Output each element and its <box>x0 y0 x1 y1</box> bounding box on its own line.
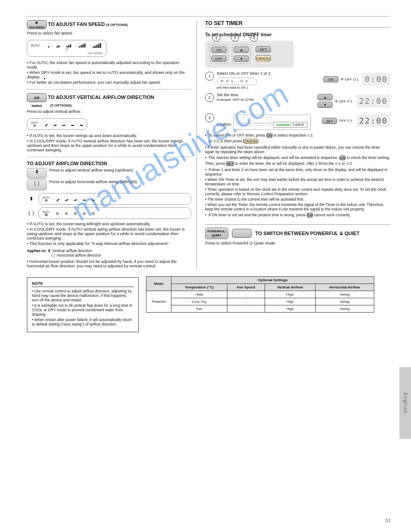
fan-bullet-3: For better air circulation performance, … <box>27 80 191 85</box>
timer-bullet-clock: Timer operation is based on the clock se… <box>205 187 390 196</box>
note-item-1: Use remote control to adjust airflow dir… <box>32 289 134 302</box>
fan-auto-label: AUTO <box>31 44 39 47</box>
swing-vert-button[interactable]: ⬍ <box>27 168 47 179</box>
timer-bullet-wrongtime: If ON timer is not set and the present t… <box>205 212 390 218</box>
inline-on-btn-3[interactable]: ON <box>307 213 313 218</box>
settings-table-wrap: Mode Optional Settings Temperature (°C) … <box>146 276 374 313</box>
fan-bullet-1: For AUTO, the indoor fan speed is automa… <box>27 60 191 69</box>
remote-col-onoff: ON OFF <box>210 44 228 64</box>
pq-title: TO SWITCH BETWEEN POWERFUL & QUIET <box>255 231 360 236</box>
swing-bullet-2: In COOL/DRY mode, if AUTO vertical swing… <box>27 227 191 240</box>
note-item-3: When restart after power failure, it wil… <box>32 317 134 326</box>
td-heat: Heat <box>171 291 227 298</box>
note-item-2: It is advisable not to tilt vertical fla… <box>32 303 134 317</box>
fan-options: (5 OPTIONS) <box>106 23 128 27</box>
th-horz: Horizontal Airflow <box>315 284 374 291</box>
airflow-options: (5 OPTIONS) <box>50 103 72 107</box>
timer-bullet-cancel: To cancel ON or OFF timer, press ON to s… <box>205 133 390 144</box>
note-header: NOTE <box>32 281 134 287</box>
svg-rect-15 <box>44 78 45 79</box>
remote-panel: 1 2 3 ON OFF ▲ ▼ SET CANCEL <box>205 41 294 68</box>
note-box: NOTE Use remote control to adjust airflo… <box>27 277 139 332</box>
lcd-on-btn[interactable]: ON <box>323 76 338 82</box>
svg-rect-11 <box>94 46 96 48</box>
vertical-airflow-section: AIRSWING TO ADJUST VERTICAL AIRFLOW DIRE… <box>27 93 191 152</box>
swing-horizontal-note: Horizontal louver position should not be… <box>27 259 191 268</box>
timer-bullet-first: The timer closest to the current time wi… <box>205 197 390 202</box>
remote-set-button[interactable]: SET <box>256 46 271 52</box>
airflow-note-1: If AUTO is set, the louver swings up and… <box>27 133 191 138</box>
svg-rect-13 <box>98 44 99 48</box>
airflow-note-2: In COOL/DRY mode, if AUTO vertical airfl… <box>27 139 191 152</box>
swing-seq-vert: ⬍ AUTO☀ →▬ →▬ →▬ →▬ →▬ <box>27 193 191 205</box>
timer-bullet-sametime: If timer 1 and timer 2 on have been set … <box>205 167 390 176</box>
inline-cancel-btn[interactable]: CANCEL <box>243 139 258 144</box>
fan-press-lead: Press to select fan speed. <box>27 31 73 35</box>
language-side-tab: English <box>399 367 411 439</box>
svg-rect-1 <box>56 46 58 47</box>
remote-up-button[interactable]: ▲ <box>234 47 249 53</box>
remote-col-updown: ▲ ▼ <box>232 44 251 64</box>
unit-illustration: TIMER <box>233 115 311 130</box>
divider-2 <box>27 157 191 157</box>
remote-down-button[interactable]: ▼ <box>234 56 249 62</box>
airflow-button[interactable]: AIRSWING <box>27 93 47 102</box>
lcd-set-btn[interactable]: SET <box>322 118 337 124</box>
svg-rect-12 <box>96 45 98 48</box>
timer-bullet-early: When ON Timer is set, the unit may start… <box>205 177 390 186</box>
step-ring-1: 1 <box>212 34 220 42</box>
fan-bullet-2: When DRY mode is set, fan speed is set t… <box>27 70 191 79</box>
remote-col-setcancel: SET CANCEL <box>254 44 272 64</box>
swing-bullet-3: This function is only applicable for "5-… <box>27 241 191 246</box>
th-fan: Fan Speed <box>227 284 265 291</box>
swing-section: TO ADJUST AIRFLOW DIRECTION ⬍ Press to a… <box>27 161 191 268</box>
step-ring-3: 3 <box>250 34 258 42</box>
powerful-quiet-section: POWERFUL/ QUIET TO SWITCH BETWEEN POWERF… <box>205 224 390 245</box>
inline-set-btn-2[interactable]: SET <box>226 161 234 166</box>
td-cooldry: Cool, Dry <box>171 298 227 305</box>
airflow-seq-box: AUTO☀ →▬ →▬ →▬ →▬ →▬ <box>27 118 87 130</box>
inline-on-btn-2[interactable]: ON <box>339 155 346 160</box>
left-column: ✳FAN SPEED TO ADJUST FAN SPEED (5 OPTION… <box>27 20 197 269</box>
step-2: 2 Set the time. Example: OFF at 22:00 ▲ … <box>205 93 390 109</box>
page-number: 51 <box>385 518 390 523</box>
svg-rect-7 <box>81 45 82 47</box>
swing-bullet-1: If AUTO is set, the louver swing left/ri… <box>27 222 191 226</box>
lcd-2200b: 22:00 <box>356 114 390 127</box>
swing-horz-button[interactable]: ⟨ ⟩ <box>27 180 47 190</box>
timer-bullet-nearest: The nearest timer setting will be displa… <box>205 155 390 167</box>
top-rule <box>27 16 390 17</box>
svg-rect-5 <box>70 44 71 47</box>
swing-horz-text: Press to adjust horizontal airflow swing… <box>49 180 191 184</box>
timer-seq-box: ↻ ⏲1 → ⏲2 → <box>217 77 257 85</box>
td-fanrow: Fan <box>171 305 227 313</box>
remote-off-button[interactable]: OFF <box>211 56 227 62</box>
inline-on-btn[interactable]: ON <box>266 133 273 138</box>
swing-title: TO ADJUST AIRFLOW DIRECTION <box>27 161 191 166</box>
remote-on-button[interactable]: ON <box>211 47 227 53</box>
pq-button-plain[interactable] <box>232 229 252 238</box>
step-ring-2: 2 <box>231 34 239 42</box>
svg-rect-16 <box>236 117 272 126</box>
svg-rect-9 <box>84 43 86 47</box>
step-1: 1 Select ON or OFF timer 1 or 2. ↻ ⏲1 → … <box>205 71 390 89</box>
lcd-up-btn[interactable]: ▲ <box>317 94 333 100</box>
svg-rect-10 <box>93 47 94 48</box>
remote-cancel-button[interactable]: CANCEL <box>256 55 271 61</box>
svg-rect-8 <box>82 44 84 47</box>
lcd-2200a: 22:00 <box>356 94 390 107</box>
swing-seq-horz: ⟨ ⟩ AUTO✲ →▥ →▥ →▥ →▥ →▥ <box>27 207 191 219</box>
fan-title: TO ADJUST FAN SPEED <box>48 21 105 27</box>
th-temp: Temperature (°C) <box>171 284 227 291</box>
swing-applies-label: Applies to: <box>27 249 47 253</box>
th-vert: Vertical Airflow <box>265 284 315 291</box>
divider-1 <box>27 89 191 90</box>
fan-speed-legend: FAN SPEED <box>31 52 103 55</box>
airflow-press-lead: Press to adjust vertical airflow. <box>27 109 191 114</box>
fan-button[interactable]: ✳FAN SPEED <box>27 20 47 29</box>
fan-speed-section: ✳FAN SPEED TO ADJUST FAN SPEED (5 OPTION… <box>27 20 191 85</box>
lcd-down-btn[interactable]: ▼ <box>317 102 333 108</box>
powerful-quiet-button[interactable]: POWERFUL/ QUIET <box>205 227 228 239</box>
lcd-blank: 0:00 <box>362 73 390 86</box>
td-powerful: Powerful <box>146 291 171 313</box>
